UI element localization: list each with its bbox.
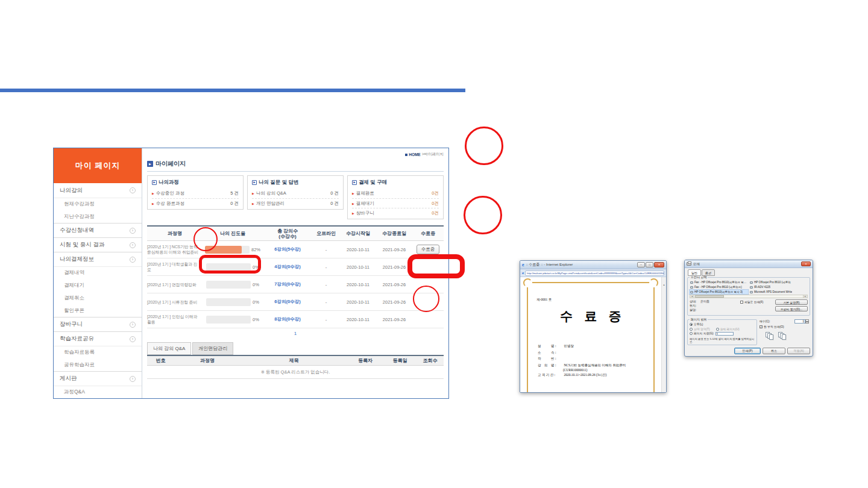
radio-page-range[interactable] [690,332,693,335]
tab-my-qna[interactable]: 나의 강의 Q&A [147,342,191,355]
home-square-icon [405,154,407,156]
main-content: HOME >마이페이지 ▶ 마이페이지 ▶나의과정 ▶수강중인 과정5 건 ▶수… [142,148,448,398]
summary-value: 0건 [432,190,439,196]
tab-general[interactable]: 일반 [688,269,701,276]
certificate-frame: 제-0001 호 수 료 증 성 명 : 민병장 소 속 : 학 번 : 강 의… [527,282,655,392]
horizontal-scrollbar[interactable]: ◄ ► [690,295,808,298]
printer-status: 상태:준비됨 위치: 설명: 파일로 인쇄(F) 기본 설정(R) 프린터 찾기… [690,299,808,314]
sidebar-item-payment-pending[interactable]: 결제대기 [54,279,142,292]
window-titlebar[interactable]: e :: 수료증 :: - Internet Explorer – □ × [520,261,666,269]
printer-item[interactable]: IR-ADV 4225 [749,285,808,289]
close-button[interactable]: × [801,261,811,266]
sidebar-menu: 나의강의› 현재수강과정 지난수강과정 수강신청내역› 시험 및 응시 결과› … [54,183,142,398]
certificate-popup-window: e :: 수료증 :: - Internet Explorer – □ × e … [520,260,667,393]
summary-boxes: ▶나의과정 ▶수강중인 과정5 건 ▶수강 완료과정0 건 ▶나의 질문 및 답… [147,175,444,219]
print-button[interactable]: 인쇄(P) [734,348,761,354]
box-arrow-icon: ▶ [252,180,257,185]
progress-bar [206,298,251,306]
lecture-count-link[interactable]: 6강의(5수강) [263,246,312,252]
chevron-circle-icon: › [130,336,136,342]
certificate-number: 제-0001 호 [536,298,653,302]
radio-current-page[interactable] [716,328,719,331]
pagination[interactable]: 1 [147,331,444,336]
lecture-count-link[interactable]: 8강의(0수강) [263,316,312,322]
scroll-left-icon[interactable]: ◄ [690,295,694,298]
summary-value: 5 건 [230,190,239,196]
lecture-count-link[interactable]: 7강의(0수강) [263,281,312,287]
close-button[interactable]: × [654,262,664,267]
radio-selection[interactable] [690,328,693,331]
printer-item-selected[interactable]: HP Officejet Pro 8610(네트워크 복사 3) [690,290,748,294]
sidebar-item-my-lectures[interactable]: 나의강의› [54,183,142,198]
printer-icon [750,286,753,289]
corner-ornament [523,278,532,287]
certificate-page: ▲ 제-0001 호 수 료 증 성 명 : 민병장 소 속 : 학 번 : 강… [520,277,666,392]
printer-icon [687,262,691,266]
sidebar-item-payment-history[interactable]: 결제내역 [54,266,142,279]
printer-item[interactable]: Microsoft XPS Document Write [749,290,808,294]
window-titlebar[interactable]: 인쇄 × [685,260,813,268]
printer-icon [690,286,693,289]
radio-all-pages[interactable] [690,323,693,326]
sidebar-item-board[interactable]: 게시판› [54,371,142,386]
find-printer-button[interactable]: 프린터 찾기(D)... [775,306,808,311]
sidebar-item-label: 나의강의 [60,187,83,195]
print-to-file-checkbox[interactable] [740,301,743,304]
copies-input[interactable] [794,319,805,324]
sidebar-item-coupon[interactable]: 할인쿠폰 [54,304,142,317]
tab-counseling[interactable]: 개인면담관리 [192,342,233,355]
course-name: [2020년 1기 ] NCS기반 능력중심채용의 이해와 취업준비 [147,242,203,257]
course-name: [2020년 1기 ] 면접역량강화 [147,280,203,289]
sidebar-item-material-register[interactable]: 학습자료등록 [54,346,142,358]
sidebar-item-payment-info[interactable]: 나의결제정보› [54,252,142,266]
sidebar-item-enrollment-history[interactable]: 수강신청내역› [54,223,142,237]
course-row: [2020년 1기 ] 면접역량강화 0% 7강의(0수강) - 2020-10… [147,276,444,293]
sidebar-item-cart[interactable]: 장바구니› [54,317,142,331]
collate-checkbox[interactable]: ✓ [760,325,763,328]
preferences-button[interactable]: 기본 설정(R) [775,299,808,305]
progress-bar [206,263,251,271]
sidebar-item-shared-materials[interactable]: 공유학습자료 [54,358,142,371]
spinner-down[interactable] [805,322,809,324]
breadcrumb-home-link[interactable]: HOME [409,152,421,157]
maximize-button[interactable]: □ [646,262,653,267]
printer-item[interactable]: HP Officejet Pro 8610 (네트워 [749,280,808,284]
sidebar-item-payment-cancel[interactable]: 결제취소 [54,292,142,304]
chevron-circle-icon: › [130,187,136,193]
address-bar: e http://malsoni.jobstart.co.kr/MyPage.c… [520,269,666,277]
chevron-circle-icon: › [130,242,136,248]
minimize-button[interactable]: – [637,262,645,267]
scroll-right-icon[interactable]: ► [803,295,807,298]
sidebar-item-current-courses[interactable]: 현재수강과정 [54,198,142,210]
printer-item[interactable]: Fax - HP Officejet Pro 8610(네트워크 복사 1) [690,280,748,284]
sidebar-item-exam-results[interactable]: 시험 및 응시 결과› [54,237,142,252]
vertical-scrollbar[interactable]: ▲ [661,277,666,392]
address-url[interactable]: http://malsoni.jobstart.co.kr/MyPage.cmd… [525,271,664,276]
course-name: [2020년 1기 ] 서류전형 준비 [147,298,203,307]
breadcrumb: HOME >마이페이지 [147,152,444,157]
cancel-button[interactable]: 취소 [763,348,785,354]
summary-box-title: 나의 질문 및 답변 [259,179,299,186]
printer-item[interactable]: Fax - HP Officejet Pro 8610 (네트워크) [690,285,748,289]
sidebar-item-course-qna[interactable]: 과정Q&A [54,386,142,398]
printer-list: Fax - HP Officejet Pro 8610(네트워크 복사 1) H… [690,280,808,294]
printer-select-group: 프린터 선택 Fax - HP Officejet Pro 8610(네트워크 … [687,275,810,316]
summary-value: 0 건 [330,190,339,196]
scrollbar-thumb[interactable] [695,295,724,298]
lecture-count-link[interactable]: 4강의(0수강) [263,264,312,270]
page-title-label: 마이페이지 [156,160,186,168]
summary-value: 0건 [432,201,439,207]
apply-button[interactable]: 적용(A) [787,348,810,354]
course-row: [2020년 1기 ] 대학생활과 진로 0% 4강의(0수강) - 2020-… [147,258,444,276]
pages-input[interactable] [715,332,734,336]
qna-tabs: 나의 강의 Q&A 개인면담관리 [147,342,444,355]
sidebar-item-past-courses[interactable]: 지난수강과정 [54,210,142,223]
range-note: 페이지 번호 또는 5-12와 같이 페이지 범위를 입력하십시오. [690,337,755,343]
ie-icon: e [522,271,524,275]
tab-options[interactable]: 옵션 [702,269,715,276]
certificate-button[interactable]: 수료증 [417,245,440,254]
sidebar-item-learning-share[interactable]: 학습자료공유› [54,331,142,346]
lecture-count-link[interactable]: 6강의(0수강) [263,299,312,305]
box-arrow-icon: ▶ [152,180,157,185]
progress-label: 0% [253,282,259,287]
